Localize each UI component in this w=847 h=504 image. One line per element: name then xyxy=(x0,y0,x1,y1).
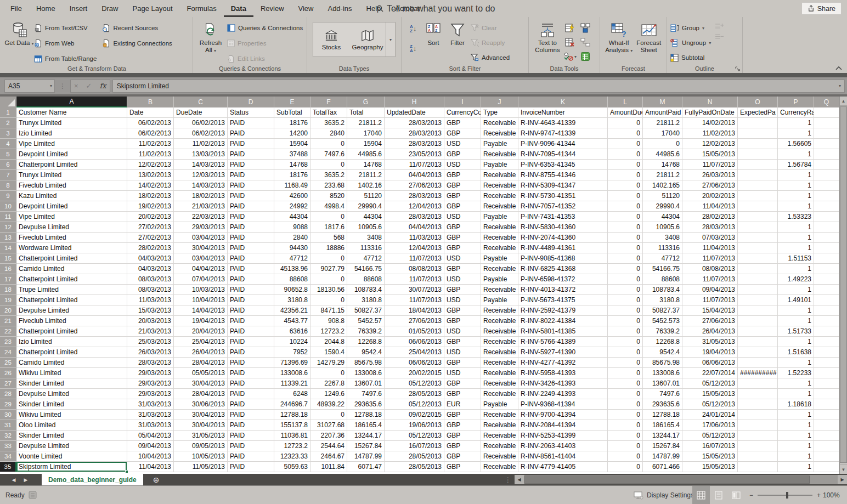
tab-splitter[interactable]: ⋮ xyxy=(505,476,511,484)
fill-handle[interactable] xyxy=(125,470,128,473)
zoom-slider[interactable] xyxy=(758,495,812,496)
cell-L27[interactable]: 0 xyxy=(608,378,643,389)
column-header-B[interactable]: B xyxy=(127,97,174,107)
cell-P28[interactable]: 1 xyxy=(778,389,814,399)
cell-B31[interactable]: 31/03/2013 xyxy=(127,420,174,431)
cell-F17[interactable]: 0 xyxy=(310,274,347,285)
row-header-11[interactable]: 11 xyxy=(0,212,16,222)
row-header-22[interactable]: 22 xyxy=(0,326,16,337)
cell-C20[interactable]: 14/04/2013 xyxy=(174,305,228,316)
cell-L26[interactable]: 0 xyxy=(608,368,643,378)
cell-A12[interactable]: Devpulse Limited xyxy=(16,222,127,233)
cell-K1[interactable]: InvoiceNumber xyxy=(518,107,608,118)
cell-L25[interactable]: 0 xyxy=(608,358,643,368)
cell-I32[interactable]: GBP xyxy=(444,431,481,441)
cell-E28[interactable]: 6248 xyxy=(274,389,310,399)
cell-C28[interactable]: 28/04/2013 xyxy=(174,389,228,399)
cell-O16[interactable] xyxy=(738,264,778,274)
cell-C24[interactable]: 26/04/2013 xyxy=(174,347,228,358)
zoom-slider-thumb[interactable] xyxy=(786,492,788,499)
cell-E29[interactable]: 244696.7 xyxy=(274,399,310,410)
cell-I26[interactable]: USD xyxy=(444,368,481,378)
cell-M25[interactable]: 85675.98 xyxy=(643,358,682,368)
cell-M32[interactable]: 13244.17 xyxy=(643,431,682,441)
cell-L18[interactable]: 0 xyxy=(608,285,643,295)
cell-L10[interactable]: 0 xyxy=(608,201,643,212)
cell-H7[interactable]: 04/04/2013 xyxy=(385,170,444,180)
column-header-Q[interactable]: Q xyxy=(814,97,839,107)
cell-E11[interactable]: 44304 xyxy=(274,212,310,222)
cell-F14[interactable]: 18886 xyxy=(310,243,347,253)
cell-Q18[interactable] xyxy=(814,285,839,295)
cell-J26[interactable]: Receivable xyxy=(481,368,518,378)
cell-B5[interactable]: 11/02/2013 xyxy=(127,149,174,160)
cell-A2[interactable]: Trunyx Limited xyxy=(16,118,127,128)
cell-M24[interactable]: 9542.4 xyxy=(643,347,682,358)
menu-tab-file[interactable]: File xyxy=(3,0,29,17)
cell-Q23[interactable] xyxy=(814,337,839,347)
cell-O26[interactable]: ########## xyxy=(738,368,778,378)
cell-N15[interactable]: 11/07/2013 xyxy=(682,253,738,264)
cell-O11[interactable] xyxy=(738,212,778,222)
cell-A4[interactable]: Vipe Limited xyxy=(16,139,127,149)
cell-B2[interactable]: 06/02/2013 xyxy=(127,118,174,128)
cell-A21[interactable]: Fiveclub Limited xyxy=(16,316,127,326)
cell-J28[interactable]: Receivable xyxy=(481,389,518,399)
cell-J10[interactable]: Receivable xyxy=(481,201,518,212)
cell-G7[interactable]: 21811.2 xyxy=(347,170,385,180)
cell-B30[interactable]: 31/03/2013 xyxy=(127,410,174,420)
cell-P10[interactable]: 1 xyxy=(778,201,814,212)
cell-L15[interactable]: 0 xyxy=(608,253,643,264)
cell-E22[interactable]: 63616 xyxy=(274,326,310,337)
cell-M14[interactable]: 113316 xyxy=(643,243,682,253)
cell-J33[interactable]: Receivable xyxy=(481,441,518,451)
cell-B20[interactable]: 15/03/2013 xyxy=(127,305,174,316)
cell-P20[interactable]: 1 xyxy=(778,305,814,316)
cell-D25[interactable]: PAID xyxy=(228,358,274,368)
geography-button[interactable]: Geography xyxy=(349,22,386,56)
cell-H18[interactable]: 30/07/2013 xyxy=(385,285,444,295)
cell-M31[interactable]: 186165.4 xyxy=(643,420,682,431)
collapse-ribbon-button[interactable] xyxy=(835,66,843,71)
cell-N11[interactable]: 28/02/2013 xyxy=(682,212,738,222)
cell-J30[interactable]: Receivable xyxy=(481,410,518,420)
cell-P27[interactable]: 1 xyxy=(778,378,814,389)
cell-Q33[interactable] xyxy=(814,441,839,451)
cell-K24[interactable]: R-INV-5927-41390 xyxy=(518,347,608,358)
cell-G25[interactable]: 85675.98 xyxy=(347,358,385,368)
cell-Q26[interactable] xyxy=(814,368,839,378)
cell-B11[interactable]: 20/02/2013 xyxy=(127,212,174,222)
cell-J35[interactable]: Receivable xyxy=(481,462,518,472)
cell-O6[interactable] xyxy=(738,160,778,170)
cell-Q13[interactable] xyxy=(814,233,839,243)
cell-D5[interactable]: PAID xyxy=(228,149,274,160)
cell-E27[interactable]: 11339.21 xyxy=(274,378,310,389)
cell-K2[interactable]: R-INV-4643-41339 xyxy=(518,118,608,128)
cell-C2[interactable]: 06/02/2013 xyxy=(174,118,228,128)
cell-A1[interactable]: Customer Name xyxy=(16,107,127,118)
cell-P2[interactable]: 1 xyxy=(778,118,814,128)
cell-B18[interactable]: 08/03/2013 xyxy=(127,285,174,295)
cell-Q6[interactable] xyxy=(814,160,839,170)
row-header-3[interactable]: 3 xyxy=(0,128,16,139)
cell-M35[interactable]: 6071.466 xyxy=(643,462,682,472)
cell-G15[interactable]: 47712 xyxy=(347,253,385,264)
cell-L28[interactable]: 0 xyxy=(608,389,643,399)
column-header-P[interactable]: P xyxy=(778,97,814,107)
cell-D29[interactable]: PAID xyxy=(228,399,274,410)
row-header-25[interactable]: 25 xyxy=(0,358,16,368)
cell-G20[interactable]: 50827.37 xyxy=(347,305,385,316)
normal-view-button[interactable] xyxy=(692,486,710,504)
cell-H35[interactable]: 28/05/2013 xyxy=(385,462,444,472)
menu-tab-home[interactable]: Home xyxy=(29,0,63,17)
cell-J17[interactable]: Payable xyxy=(481,274,518,285)
group-button[interactable]: Group ▾ xyxy=(670,21,711,35)
cell-J4[interactable]: Payable xyxy=(481,139,518,149)
name-box[interactable]: A35 ▾ xyxy=(4,80,55,93)
cell-O15[interactable] xyxy=(738,253,778,264)
cell-O33[interactable] xyxy=(738,441,778,451)
sort-button[interactable]: ZAAZ Sort xyxy=(421,20,445,47)
consolidate-button[interactable] xyxy=(578,21,592,35)
cell-G14[interactable]: 113316 xyxy=(347,243,385,253)
cell-F18[interactable]: 18130.56 xyxy=(310,285,347,295)
